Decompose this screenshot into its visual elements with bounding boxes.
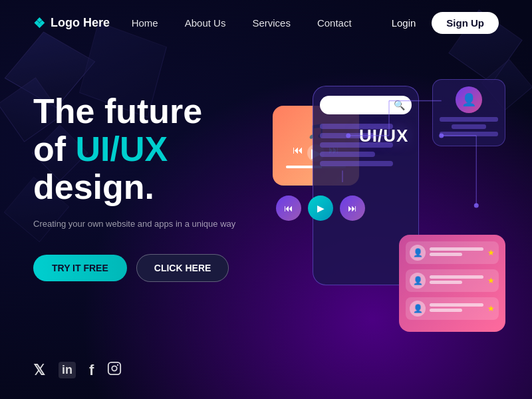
list-text-2 [430, 275, 483, 286]
list-text-1 [430, 247, 483, 258]
media-rewind-button[interactable]: ⏮ [276, 196, 301, 221]
list-text-3 [430, 303, 483, 314]
list-card: 👤 ★ 👤 ★ 👤 [399, 235, 505, 332]
star-icon-3: ★ [487, 304, 495, 313]
list-line-1a [430, 247, 483, 251]
content-line-4 [320, 152, 375, 157]
nav-link-services[interactable]: Services [252, 17, 291, 29]
star-icon-2: ★ [487, 276, 495, 285]
svg-point-8 [474, 203, 479, 208]
nav-link-about[interactable]: About Us [185, 17, 226, 29]
logo[interactable]: ❖ Logo Here [33, 15, 110, 31]
list-line-1b [430, 253, 462, 256]
uiux-label: UI/UX [359, 126, 408, 146]
avatar: 👤 [456, 86, 482, 113]
svg-rect-9 [108, 362, 120, 374]
facebook-icon[interactable]: f [89, 362, 94, 379]
list-item-3: 👤 ★ [406, 297, 499, 320]
star-icon-1: ★ [487, 248, 495, 257]
list-line-2a [430, 275, 483, 279]
hero-title: The future of UI/UX design. [33, 92, 259, 207]
try-free-button[interactable]: TRY IT FREE [33, 255, 127, 281]
nav-actions: Login Sign Up [392, 12, 499, 34]
list-item-2: 👤 ★ [406, 269, 499, 292]
media-buttons-row: ⏮ ▶ ⏭ [276, 196, 365, 221]
hero-title-line1: The future [33, 92, 202, 130]
list-avatar-1: 👤 [410, 245, 426, 261]
twitter-icon[interactable]: 𝕏 [33, 362, 45, 379]
hero-section: The future of UI/UX design. Creating you… [0, 46, 532, 398]
hero-left: The future of UI/UX design. Creating you… [33, 72, 259, 335]
list-avatar-2: 👤 [410, 273, 426, 289]
instagram-icon[interactable] [107, 361, 122, 379]
hero-subtitle: Creating your own website and apps in a … [33, 217, 259, 231]
hero-title-line2: of [33, 130, 76, 168]
social-icons: 𝕏 in f [33, 361, 122, 379]
content-line-5 [320, 161, 393, 166]
list-line-3b [430, 309, 462, 312]
nav-item-about[interactable]: About Us [185, 17, 226, 29]
rewind-icon[interactable]: ⏮ [293, 144, 303, 162]
hero-title-highlight: UI/UX [76, 130, 168, 168]
linkedin-icon[interactable]: in [59, 362, 76, 378]
profile-line-1 [440, 117, 498, 122]
list-avatar-3: 👤 [410, 301, 426, 317]
logo-text: Logo Here [51, 16, 110, 30]
nav-item-services[interactable]: Services [252, 17, 291, 29]
svg-point-10 [112, 366, 117, 370]
profile-line-2 [452, 124, 487, 129]
nav-item-home[interactable]: Home [132, 17, 158, 29]
phone-search-bar[interactable]: 🔍 [320, 96, 412, 114]
navbar: ❖ Logo Here Home About Us Services Conta… [0, 0, 532, 46]
nav-link-contact[interactable]: Contact [317, 17, 352, 29]
profile-lines [440, 117, 498, 139]
signup-button[interactable]: Sign Up [432, 12, 499, 34]
profile-line-3 [440, 132, 498, 136]
hero-buttons: TRY IT FREE CLICK HERE [33, 254, 259, 282]
media-play-button[interactable]: ▶ [308, 196, 333, 221]
login-button[interactable]: Login [392, 17, 416, 29]
nav-link-home[interactable]: Home [132, 17, 158, 29]
click-here-button[interactable]: CLICK HERE [136, 254, 229, 282]
svg-point-11 [117, 364, 118, 366]
mockup-container: 🎵 ⏮ ▶ ⏭ 🔍 [273, 66, 505, 358]
media-forward-button[interactable]: ⏭ [340, 196, 365, 221]
hero-right: 🎵 ⏮ ▶ ⏭ 🔍 [259, 72, 499, 398]
list-item-1: 👤 ★ [406, 241, 499, 264]
hero-title-line3: design. [33, 168, 154, 206]
logo-icon: ❖ [33, 15, 45, 31]
nav-links: Home About Us Services Contact [132, 17, 352, 29]
profile-card: 👤 [432, 79, 505, 146]
list-line-2b [430, 281, 462, 284]
list-line-3a [430, 303, 483, 307]
search-icon: 🔍 [394, 100, 405, 110]
nav-item-contact[interactable]: Contact [317, 17, 352, 29]
